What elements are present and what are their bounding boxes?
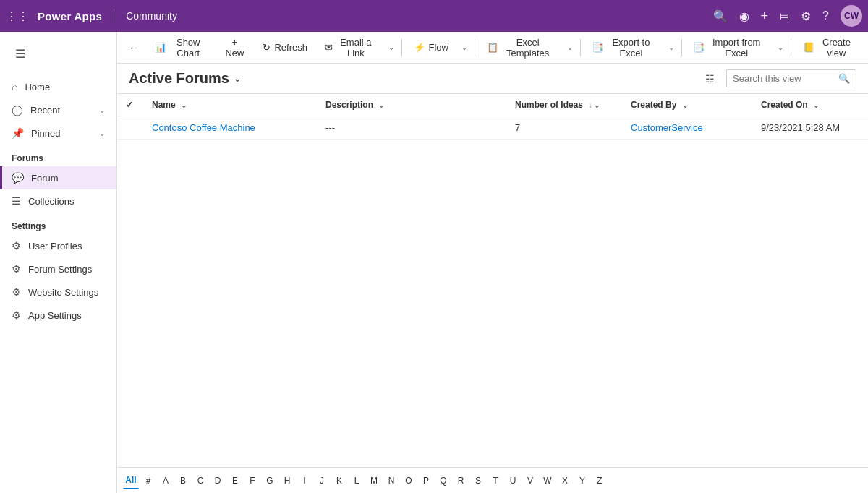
- sidebar-item-user-profiles[interactable]: ⚙ User Profiles: [0, 234, 116, 257]
- content-area: ← 📊 Show Chart + New ↻ Refresh ✉ Email a…: [117, 32, 868, 493]
- alpha-btn-all[interactable]: All: [123, 472, 139, 489]
- alpha-btn-y[interactable]: Y: [574, 472, 590, 489]
- forum-name-link[interactable]: Contoso Coffee Machine: [152, 122, 255, 133]
- flow-button[interactable]: ⚡ Flow: [407, 38, 456, 56]
- alpha-btn-q[interactable]: Q: [435, 472, 451, 489]
- alpha-btn-m[interactable]: M: [366, 472, 382, 489]
- sidebar-collections-label: Collections: [28, 196, 105, 207]
- created-by-sort-icon: ⌄: [682, 101, 688, 109]
- plus-icon[interactable]: +: [761, 9, 769, 24]
- col-header-created-by[interactable]: Created By ⌄: [622, 94, 752, 116]
- name-sort-icon: ⌄: [181, 101, 187, 109]
- alpha-btn-j[interactable]: J: [314, 472, 330, 489]
- alpha-btn-l[interactable]: L: [349, 472, 365, 489]
- sidebar-item-pinned[interactable]: 📌 Pinned ⌄: [0, 121, 116, 145]
- alpha-btn-n[interactable]: N: [383, 472, 399, 489]
- search-input[interactable]: [733, 73, 834, 84]
- target-icon[interactable]: ◉: [739, 9, 749, 23]
- alpha-btn-a[interactable]: A: [158, 472, 174, 489]
- excel-templates-button[interactable]: 📋 Excel Templates: [480, 33, 561, 62]
- alpha-btn-f[interactable]: F: [244, 472, 260, 489]
- sidebar-item-app-settings[interactable]: ⚙ App Settings: [0, 304, 116, 327]
- col-header-description[interactable]: Description ⌄: [317, 94, 506, 116]
- alpha-btn-i[interactable]: I: [297, 472, 312, 489]
- create-view-button[interactable]: 📒 Create view: [796, 33, 862, 62]
- sidebar-item-collections[interactable]: ☰ Collections: [0, 189, 116, 213]
- sidebar-item-forum-settings[interactable]: ⚙ Forum Settings: [0, 257, 116, 280]
- grid-icon[interactable]: ⋮⋮: [6, 9, 29, 23]
- toolbar: ← 📊 Show Chart + New ↻ Refresh ✉ Email a…: [117, 32, 868, 64]
- alpha-btn-b[interactable]: B: [175, 472, 191, 489]
- excel-templates-chevron[interactable]: ⌄: [564, 40, 576, 55]
- export-excel-button[interactable]: 📑 Export to Excel: [584, 33, 662, 62]
- back-button[interactable]: ←: [123, 38, 145, 57]
- col-header-check[interactable]: ✓: [117, 94, 143, 116]
- top-nav: ⋮⋮ Power Apps Community 🔍 ◉ + ⧦ ⚙ ? CW: [0, 0, 868, 32]
- email-link-chevron[interactable]: ⌄: [386, 40, 397, 55]
- new-button[interactable]: + New: [216, 33, 252, 62]
- alpha-btn-hash[interactable]: #: [140, 472, 156, 489]
- row-created-by: CustomerService: [622, 116, 752, 140]
- help-icon[interactable]: ?: [822, 9, 829, 22]
- created-by-link[interactable]: CustomerService: [631, 122, 703, 133]
- alpha-btn-h[interactable]: H: [279, 472, 295, 489]
- toolbar-divider-2: [475, 39, 475, 56]
- alpha-btn-v[interactable]: V: [522, 472, 538, 489]
- email-link-label: Email a Link: [336, 37, 375, 59]
- sidebar-forum-settings-label: Forum Settings: [28, 264, 105, 275]
- alpha-btn-x[interactable]: X: [557, 472, 573, 489]
- alpha-btn-t[interactable]: T: [488, 472, 503, 489]
- alpha-btn-o[interactable]: O: [401, 472, 417, 489]
- table-header-row: ✓ Name ⌄ Description ⌄ Number of Ideas ↓…: [117, 94, 868, 116]
- flow-chevron[interactable]: ⌄: [459, 40, 470, 55]
- settings-icon[interactable]: ⚙: [801, 9, 811, 23]
- import-excel-chevron[interactable]: ⌄: [775, 40, 786, 55]
- import-excel-button[interactable]: 📑 Import from Excel: [686, 33, 772, 62]
- alpha-btn-w[interactable]: W: [540, 472, 556, 489]
- refresh-icon: ↻: [263, 42, 271, 53]
- alpha-nav: All#ABCDEFGHIJKLMNOPQRSTUVWXYZ: [117, 467, 868, 493]
- col-header-created-on[interactable]: Created On ⌄: [752, 94, 868, 116]
- alpha-btn-k[interactable]: K: [331, 472, 347, 489]
- alpha-btn-p[interactable]: P: [418, 472, 434, 489]
- col-header-ideas[interactable]: Number of Ideas ↓ ⌄: [506, 94, 622, 116]
- sidebar-item-home[interactable]: ⌂ Home: [0, 75, 116, 98]
- row-check[interactable]: [117, 116, 143, 140]
- table-container: ✓ Name ⌄ Description ⌄ Number of Ideas ↓…: [117, 94, 868, 467]
- export-excel-chevron[interactable]: ⌄: [665, 40, 677, 55]
- recent-icon: ◯: [12, 104, 23, 116]
- email-link-button[interactable]: ✉ Email a Link: [318, 33, 383, 62]
- alpha-btn-g[interactable]: G: [262, 472, 278, 489]
- filter-icon[interactable]: ⧦: [780, 9, 789, 22]
- desc-sort-icon: ⌄: [378, 101, 384, 109]
- col-header-name[interactable]: Name ⌄: [143, 94, 317, 116]
- recent-chevron: ⌄: [99, 106, 105, 114]
- alpha-btn-u[interactable]: U: [505, 472, 521, 489]
- show-chart-label: Show Chart: [170, 37, 206, 59]
- sidebar-item-recent[interactable]: ◯ Recent ⌄: [0, 98, 116, 121]
- toolbar-divider-1: [401, 39, 402, 56]
- alpha-btn-c[interactable]: C: [192, 472, 208, 489]
- sidebar-item-website-settings[interactable]: ⚙ Website Settings: [0, 280, 116, 304]
- alpha-btn-s[interactable]: S: [470, 472, 486, 489]
- excel-templates-label: Excel Templates: [502, 37, 554, 59]
- user-profiles-icon: ⚙: [12, 240, 21, 252]
- row-created-on: 9/23/2021 5:28 AM: [752, 116, 868, 140]
- email-icon: ✉: [325, 42, 333, 53]
- alpha-btn-d[interactable]: D: [210, 472, 226, 489]
- refresh-button[interactable]: ↻ Refresh: [255, 38, 315, 56]
- avatar[interactable]: CW: [841, 5, 862, 27]
- view-filter-icon[interactable]: ☷: [699, 70, 720, 87]
- settings-section-label: Settings: [0, 213, 116, 234]
- alpha-btn-e[interactable]: E: [227, 472, 243, 489]
- alpha-btn-r[interactable]: R: [453, 472, 469, 489]
- main-layout: ☰ ⌂ Home ◯ Recent ⌄ 📌 Pinned ⌄ Forums 💬 …: [0, 32, 868, 493]
- view-title[interactable]: Active Forums ⌄: [129, 70, 241, 87]
- search-box-icon: 🔍: [838, 73, 850, 84]
- alpha-btn-z[interactable]: Z: [592, 472, 608, 489]
- search-icon[interactable]: 🔍: [713, 9, 728, 23]
- sidebar-menu-button[interactable]: ☰: [6, 40, 35, 67]
- sidebar-item-forum[interactable]: 💬 Forum: [0, 166, 116, 189]
- sidebar-user-profiles-label: User Profiles: [28, 241, 105, 252]
- show-chart-button[interactable]: 📊 Show Chart: [148, 33, 213, 62]
